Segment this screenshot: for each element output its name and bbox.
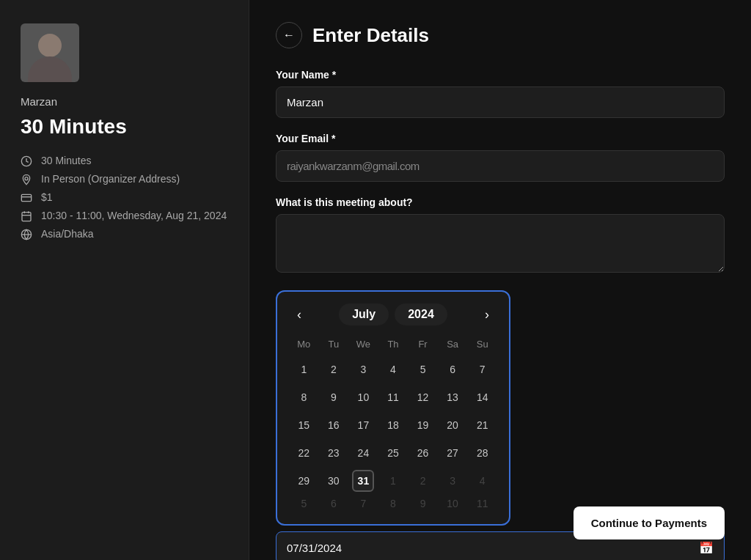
calendar-day[interactable]: 30 [319, 467, 349, 495]
meeting-about-group: What is this meeting about? [276, 196, 725, 276]
calendar-year: 2024 [395, 303, 447, 325]
calendar-day[interactable]: 24 [348, 439, 378, 467]
calendar-week-row: 567891011 [289, 495, 497, 512]
sidebar-info: 30 MinutesIn Person (Organizer Address)$… [21, 155, 228, 246]
calendar-day[interactable]: 29 [289, 467, 319, 495]
calendar-week-row: 15161718192021 [289, 411, 497, 439]
svg-rect-2 [21, 194, 31, 201]
calendar-day[interactable]: 11 [378, 383, 409, 411]
weekday-th: Th [378, 336, 409, 355]
avatar [21, 23, 79, 82]
sidebar-info-location: In Person (Organizer Address) [21, 173, 228, 187]
calendar-month: July [339, 303, 389, 325]
calendar-day[interactable]: 10 [348, 383, 378, 411]
calendar-day[interactable]: 10 [438, 495, 468, 512]
back-button[interactable]: ← [276, 22, 302, 48]
host-name: Marzan [21, 95, 228, 108]
calendar-day[interactable]: 3 [348, 355, 378, 383]
calendar-weekdays: MoTuWeThFrSaSu [289, 336, 497, 355]
email-input[interactable] [276, 150, 725, 182]
name-field-group: Your Name * [276, 69, 725, 118]
location-icon [21, 174, 34, 187]
weekday-su: Su [467, 336, 497, 355]
weekday-fr: Fr [408, 336, 438, 355]
main-content: ← Enter Details Your Name * Your Email *… [249, 0, 751, 560]
sidebar-info-price: $1 [21, 191, 228, 205]
calendar-day[interactable]: 23 [319, 439, 349, 467]
calendar-day[interactable]: 2 [319, 355, 349, 383]
calendar-week-row: 22232425262728 [289, 439, 497, 467]
weekday-sa: Sa [438, 336, 468, 355]
globe-icon [21, 229, 34, 242]
meeting-about-label: What is this meeting about? [276, 196, 725, 208]
calendar-day[interactable]: 6 [438, 355, 468, 383]
calendar-day[interactable]: 3 [438, 467, 468, 495]
calendar-day[interactable]: 6 [319, 495, 349, 512]
calendar-day[interactable]: 5 [289, 495, 319, 512]
meeting-about-input[interactable] [276, 214, 725, 273]
calendar-day[interactable]: 17 [348, 411, 378, 439]
calendar-day[interactable]: 12 [408, 383, 438, 411]
calendar-day[interactable]: 1 [289, 355, 319, 383]
calendar-day[interactable]: 27 [438, 439, 468, 467]
calendar-day[interactable]: 26 [408, 439, 438, 467]
calendar-day[interactable]: 28 [467, 439, 497, 467]
calendar-body: 1234567891011121314151617181920212223242… [289, 355, 497, 512]
calendar-day[interactable]: 4 [467, 467, 497, 495]
calendar-day[interactable]: 11 [467, 495, 497, 512]
calendar-day[interactable]: 20 [438, 411, 468, 439]
calendar-day[interactable]: 2 [408, 467, 438, 495]
clock-icon [21, 155, 34, 169]
calendar-popup: ‹ July 2024 › MoTuWeThFrSaSu 12345678910… [276, 290, 510, 526]
name-input[interactable] [276, 86, 725, 118]
calendar-day[interactable]: 22 [289, 439, 319, 467]
calendar-day[interactable]: 21 [467, 411, 497, 439]
calendar-day[interactable]: 25 [378, 439, 409, 467]
selected-date-text: 07/31/2024 [287, 542, 699, 554]
page-header: ← Enter Details [276, 22, 725, 48]
continue-button[interactable]: Continue to Payments [574, 506, 725, 539]
weekday-mo: Mo [289, 336, 319, 355]
calendar-day[interactable]: 31 [348, 467, 378, 495]
calendar-day[interactable]: 8 [289, 383, 319, 411]
svg-point-1 [25, 177, 28, 180]
calendar-day[interactable]: 15 [289, 411, 319, 439]
calendar-icon [21, 210, 34, 224]
sidebar-info-timezone: Asia/Dhaka [21, 228, 228, 242]
email-field-group: Your Email * [276, 133, 725, 182]
calendar-prev-button[interactable]: ‹ [289, 304, 309, 325]
sidebar: Marzan 30 Minutes 30 MinutesIn Person (O… [0, 0, 249, 560]
calendar-day[interactable]: 13 [438, 383, 468, 411]
email-label: Your Email * [276, 133, 725, 144]
sidebar-info-time: 10:30 - 11:00, Wednesday, Aug 21, 2024 [21, 210, 228, 224]
calendar-day[interactable]: 7 [467, 355, 497, 383]
sidebar-info-duration: 30 Minutes [21, 155, 228, 169]
calendar-day[interactable]: 14 [467, 383, 497, 411]
calendar-week-row: 1234567 [289, 355, 497, 383]
calendar-day[interactable]: 5 [408, 355, 438, 383]
name-label: Your Name * [276, 69, 725, 81]
calendar-month-year: July 2024 [339, 303, 447, 325]
weekday-tu: Tu [319, 336, 349, 355]
calendar-week-row: 891011121314 [289, 383, 497, 411]
meeting-title: 30 Minutes [21, 115, 228, 139]
calendar-next-button[interactable]: › [477, 304, 497, 325]
calendar-day[interactable]: 8 [378, 495, 409, 512]
weekday-we: We [348, 336, 378, 355]
calendar-header: ‹ July 2024 › [289, 303, 497, 325]
calendar-day[interactable]: 16 [319, 411, 349, 439]
calendar-day[interactable]: 7 [348, 495, 378, 512]
calendar-week-row: 2930311234 [289, 467, 497, 495]
calendar-day[interactable]: 4 [378, 355, 409, 383]
calendar-day[interactable]: 9 [319, 383, 349, 411]
svg-rect-4 [22, 213, 31, 221]
calendar-day[interactable]: 19 [408, 411, 438, 439]
calendar-icon: 📅 [699, 541, 714, 555]
calendar-grid: MoTuWeThFrSaSu 1234567891011121314151617… [289, 336, 497, 512]
page-title: Enter Details [312, 24, 429, 47]
calendar-day[interactable]: 9 [408, 495, 438, 512]
dollar-icon [21, 192, 34, 205]
calendar-day[interactable]: 18 [378, 411, 409, 439]
calendar-day[interactable]: 1 [378, 467, 409, 495]
